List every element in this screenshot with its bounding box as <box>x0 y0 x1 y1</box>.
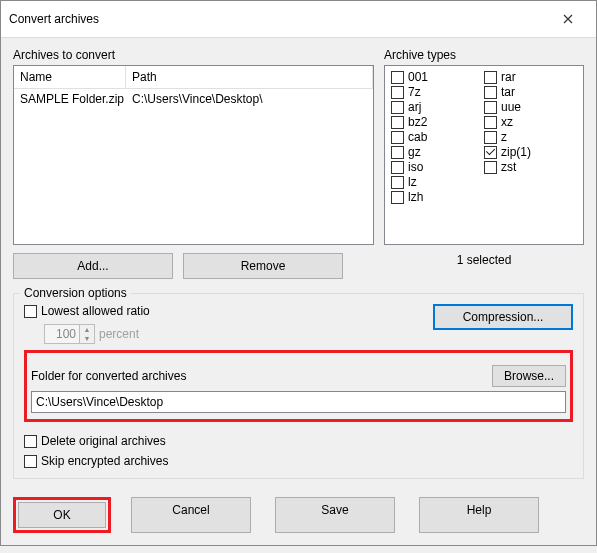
selected-count: 1 selected <box>384 245 584 279</box>
table-row[interactable]: SAMPLE Folder.zip C:\Users\Vince\Desktop… <box>14 89 373 109</box>
type-label: arj <box>408 100 421 114</box>
skip-encrypted-checkbox[interactable] <box>24 455 37 468</box>
type-item-001[interactable]: 001 <box>391 70 484 84</box>
window-title: Convert archives <box>9 12 99 26</box>
type-label: iso <box>408 160 423 174</box>
compression-button[interactable]: Compression... <box>433 304 573 330</box>
type-label: 001 <box>408 70 428 84</box>
type-item-tar[interactable]: tar <box>484 85 577 99</box>
type-checkbox[interactable] <box>391 86 404 99</box>
save-button[interactable]: Save <box>275 497 395 533</box>
folder-label: Folder for converted archives <box>31 369 486 383</box>
remove-button[interactable]: Remove <box>183 253 343 279</box>
close-button[interactable] <box>548 7 588 31</box>
type-item-rar[interactable]: rar <box>484 70 577 84</box>
type-checkbox[interactable] <box>391 116 404 129</box>
delete-original-label: Delete original archives <box>41 434 166 448</box>
type-checkbox[interactable] <box>391 176 404 189</box>
spinner-up-icon[interactable]: ▲ <box>80 325 94 334</box>
lowest-ratio-label: Lowest allowed ratio <box>41 304 150 318</box>
type-label: uue <box>501 100 521 114</box>
type-checkbox[interactable] <box>484 86 497 99</box>
type-label: 7z <box>408 85 421 99</box>
convert-archives-dialog: Convert archives Archives to convert Nam… <box>0 0 597 546</box>
lowest-ratio-checkbox[interactable] <box>24 305 37 318</box>
type-checkbox[interactable] <box>484 71 497 84</box>
type-label: xz <box>501 115 513 129</box>
type-item-zst[interactable]: zst <box>484 160 577 174</box>
type-item-cab[interactable]: cab <box>391 130 484 144</box>
browse-button[interactable]: Browse... <box>492 365 566 387</box>
titlebar: Convert archives <box>1 1 596 38</box>
type-label: gz <box>408 145 421 159</box>
archive-types-list: 0017zarjbz2cabgzisolzlzh rartaruuexzzzip… <box>384 65 584 245</box>
column-header-name[interactable]: Name <box>14 66 126 88</box>
close-icon <box>563 14 573 24</box>
skip-encrypted-label: Skip encrypted archives <box>41 454 168 468</box>
delete-original-checkbox[interactable] <box>24 435 37 448</box>
type-item-xz[interactable]: xz <box>484 115 577 129</box>
type-checkbox[interactable] <box>484 116 497 129</box>
add-button[interactable]: Add... <box>13 253 173 279</box>
cancel-button[interactable]: Cancel <box>131 497 251 533</box>
column-header-path[interactable]: Path <box>126 66 373 88</box>
spinner-down-icon[interactable]: ▼ <box>80 334 94 343</box>
type-item-arj[interactable]: arj <box>391 100 484 114</box>
archives-label: Archives to convert <box>13 48 374 62</box>
ratio-spinner[interactable]: ▲ ▼ <box>44 324 95 344</box>
folder-input[interactable] <box>31 391 566 413</box>
type-label: rar <box>501 70 516 84</box>
conversion-options-group: Conversion options Lowest allowed ratio … <box>13 293 584 479</box>
ok-button[interactable]: OK <box>18 502 106 528</box>
percent-label: percent <box>99 327 139 341</box>
type-item-lzh[interactable]: lzh <box>391 190 484 204</box>
type-checkbox[interactable] <box>391 146 404 159</box>
ratio-input[interactable] <box>45 325 79 343</box>
type-label: zst <box>501 160 516 174</box>
type-label: cab <box>408 130 427 144</box>
highlight-ok-button: OK <box>13 497 111 533</box>
help-button[interactable]: Help <box>419 497 539 533</box>
type-checkbox[interactable] <box>391 191 404 204</box>
archives-list[interactable]: Name Path SAMPLE Folder.zip C:\Users\Vin… <box>13 65 374 245</box>
type-item-z[interactable]: z <box>484 130 577 144</box>
type-checkbox[interactable] <box>484 146 497 159</box>
type-item-bz2[interactable]: bz2 <box>391 115 484 129</box>
type-item-zip1[interactable]: zip(1) <box>484 145 577 159</box>
cell-path: C:\Users\Vince\Desktop\ <box>126 89 373 109</box>
type-checkbox[interactable] <box>391 131 404 144</box>
type-item-gz[interactable]: gz <box>391 145 484 159</box>
type-checkbox[interactable] <box>484 131 497 144</box>
type-checkbox[interactable] <box>484 101 497 114</box>
type-checkbox[interactable] <box>391 101 404 114</box>
type-label: tar <box>501 85 515 99</box>
type-label: lzh <box>408 190 423 204</box>
type-label: lz <box>408 175 417 189</box>
highlight-folder-section: Folder for converted archives Browse... <box>24 350 573 422</box>
cell-name: SAMPLE Folder.zip <box>14 89 126 109</box>
type-item-uue[interactable]: uue <box>484 100 577 114</box>
type-item-lz[interactable]: lz <box>391 175 484 189</box>
type-label: zip(1) <box>501 145 531 159</box>
type-checkbox[interactable] <box>391 161 404 174</box>
type-item-iso[interactable]: iso <box>391 160 484 174</box>
type-label: z <box>501 130 507 144</box>
type-checkbox[interactable] <box>391 71 404 84</box>
options-legend: Conversion options <box>20 286 131 300</box>
type-label: bz2 <box>408 115 427 129</box>
type-item-7z[interactable]: 7z <box>391 85 484 99</box>
type-checkbox[interactable] <box>484 161 497 174</box>
types-label: Archive types <box>384 48 584 62</box>
